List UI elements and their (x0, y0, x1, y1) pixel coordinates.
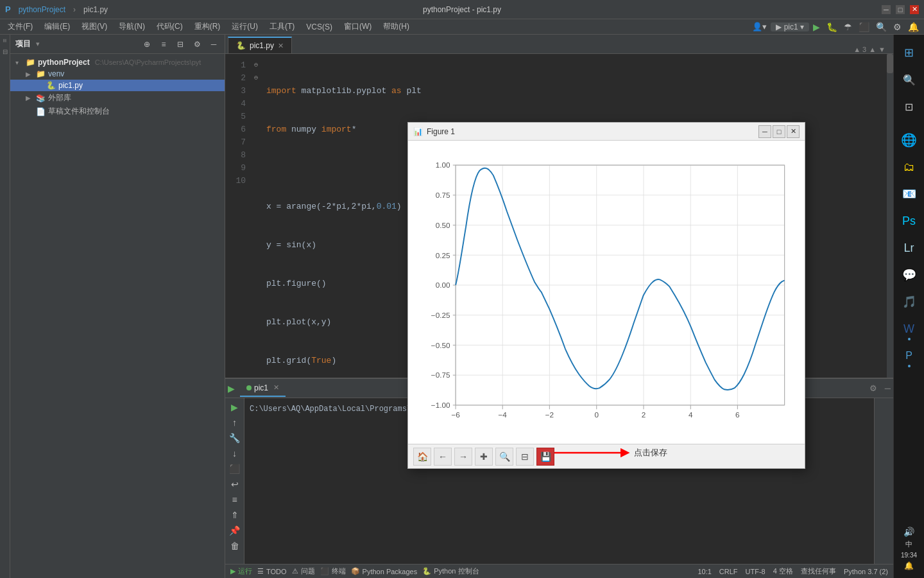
run-play-icon[interactable]: ▶ (228, 401, 241, 414)
settings-icon[interactable]: ⚙ (891, 22, 904, 32)
taskbar-wechat-icon[interactable]: 💬 (896, 262, 922, 288)
taskbar-notification[interactable]: 🔔 (904, 561, 914, 570)
fig-move-btn[interactable]: ✚ (475, 448, 493, 466)
menu-file[interactable]: 文件(F) (3, 20, 38, 33)
settings-gear-icon[interactable]: ⚙ (191, 39, 203, 50)
figure-title: Figure 1 (427, 127, 455, 136)
figure-minimize-btn[interactable]: ─ (758, 125, 771, 138)
figure-maximize-btn[interactable]: □ (773, 125, 785, 138)
run-scroll-top-icon[interactable]: ⇑ (228, 509, 241, 521)
taskbar-netease-icon[interactable]: 🎵 (896, 289, 922, 315)
run-button[interactable]: ▶ (810, 22, 823, 32)
account-icon[interactable]: 👤▾ (749, 22, 769, 31)
taskbar-volume-icon[interactable]: 🔊 (903, 527, 914, 537)
tree-item-pic1[interactable]: 🐍 pic1.py (10, 80, 225, 91)
taskbar-explorer-icon[interactable]: 🗂 (896, 154, 922, 180)
stop-button[interactable]: ⬛ (856, 22, 872, 32)
run-stop-icon[interactable]: ⬛ (228, 462, 241, 475)
menu-tools[interactable]: 工具(T) (264, 20, 300, 33)
fig-home-btn[interactable]: 🏠 (413, 448, 431, 466)
run-wrap-icon[interactable]: ↩ (228, 478, 241, 491)
menu-edit[interactable]: 编辑(E) (39, 20, 75, 33)
menu-window[interactable]: 窗口(W) (339, 20, 377, 33)
taskbar-search-icon[interactable]: 🔍 (896, 67, 922, 92)
fig-zoom-btn[interactable]: 🔍 (495, 448, 513, 466)
status-python-console[interactable]: 🐍 Python 控制台 (422, 566, 479, 576)
python-console-icon: 🐍 (422, 567, 431, 575)
fig-forward-btn[interactable]: → (454, 448, 472, 466)
menu-vcs[interactable]: VCS(S) (301, 21, 338, 33)
run-trash-icon[interactable]: 🗑 (228, 539, 241, 552)
close-button[interactable]: ✕ (910, 5, 919, 14)
debug-button[interactable]: 🐛 (824, 22, 840, 32)
status-indent[interactable]: 4 空格 (773, 566, 793, 576)
menu-run[interactable]: 运行(U) (227, 20, 263, 33)
taskbar-mail-icon[interactable]: 📧 (896, 181, 922, 207)
taskbar-lightroom-icon[interactable]: Lr (896, 235, 922, 261)
status-todo[interactable]: ☰ TODO (257, 567, 287, 575)
minimize-button[interactable]: ─ (882, 5, 891, 14)
tree-item-venv[interactable]: ▶ 📁 venv (10, 68, 225, 80)
save-arrow-annotation (554, 446, 631, 459)
run-wrench-icon[interactable]: 🔧 (228, 432, 241, 444)
status-search[interactable]: 查找任何事 (801, 566, 836, 576)
taskbar-photoshop-icon[interactable]: Ps (896, 208, 922, 234)
tab-close-icon[interactable]: ✕ (278, 42, 284, 50)
coverage-button[interactable]: ☂ (841, 22, 855, 32)
status-run-icon: ▶ (230, 567, 235, 575)
panel-settings-icon[interactable]: ⚙ (869, 383, 877, 393)
menu-refactor[interactable]: 重构(R) (189, 20, 226, 33)
status-encoding[interactable]: UTF-8 (746, 568, 766, 575)
tree-item-scratches[interactable]: 📄 草稿文件和控制台 (10, 105, 225, 118)
tree-item-root[interactable]: ▾ 📁 pythonProject C:\Users\AQ\PycharmPro… (10, 57, 225, 68)
tree-item-external-libs[interactable]: ▶ 📚 外部库 (10, 91, 225, 105)
menu-navigate[interactable]: 导航(N) (114, 20, 150, 33)
run-filter-icon[interactable]: ≡ (228, 493, 241, 506)
run-status-dot (246, 385, 252, 390)
run-tab-icon[interactable]: ▶ (228, 383, 235, 394)
run-tab-close[interactable]: ✕ (273, 383, 279, 392)
fig-back-btn[interactable]: ← (434, 448, 452, 466)
taskbar-edge-icon[interactable]: 🌐 (896, 127, 922, 153)
minimize-panel-icon[interactable]: ─ (208, 39, 219, 50)
tree-label-external-libs: 外部库 (48, 92, 71, 103)
prev-annotation[interactable]: ▲ (869, 46, 876, 53)
list-icon[interactable]: ≡ (158, 39, 169, 50)
run-config-dropdown[interactable]: ▶ pic1 ▾ (771, 22, 809, 31)
figure-close-btn[interactable]: ✕ (787, 125, 800, 138)
figure-plot-area: 1.00 0.75 0.50 0.25 0.00 −0.25 −0.50 −0.… (408, 141, 805, 444)
tab-run-pic1[interactable]: pic1 ✕ (240, 380, 286, 397)
taskbar-word-icon[interactable]: W (896, 316, 922, 342)
taskbar-pycharm-icon[interactable]: P (896, 343, 922, 369)
panel-minimize-icon[interactable]: ─ (885, 383, 891, 393)
run-down-icon[interactable]: ↓ (228, 447, 241, 460)
structure-icon[interactable]: ≡ (1, 39, 8, 43)
next-annotation[interactable]: ▼ (878, 46, 886, 53)
notifications-icon[interactable]: 🔔 (905, 22, 921, 32)
status-crlf[interactable]: CRLF (719, 568, 738, 575)
search-everywhere-icon[interactable]: 🔍 (873, 22, 889, 32)
run-up-icon[interactable]: ↑ (228, 416, 241, 429)
fig-subplot-btn[interactable]: ⊟ (516, 448, 534, 466)
taskbar-windows-icon[interactable]: ⊞ (896, 40, 922, 66)
fig-save-btn[interactable]: 💾 (536, 448, 554, 466)
menu-help[interactable]: 帮助(H) (378, 20, 415, 33)
project-dropdown-icon[interactable]: ▾ (36, 40, 40, 48)
add-icon[interactable]: ⊕ (141, 39, 153, 50)
taskbar-language-icon[interactable]: 中 (905, 539, 912, 549)
status-terminal[interactable]: ⬛ 终端 (320, 566, 346, 576)
collapse-icon[interactable]: ⊟ (175, 39, 186, 50)
status-run[interactable]: ▶ 运行 (230, 566, 252, 576)
status-line-col: 10:1 (697, 568, 711, 575)
menu-view[interactable]: 视图(V) (76, 20, 112, 33)
maximize-button[interactable]: □ (896, 5, 905, 14)
tab-pic1[interactable]: 🐍 pic1.py ✕ (228, 37, 292, 53)
run-pin-icon[interactable]: 📌 (228, 524, 241, 537)
status-python-version[interactable]: Python 3.7 (2) (844, 568, 888, 575)
line-numbers: 1 2 3 4 5 6 7 8 9 10 (225, 54, 251, 378)
hierarchy-icon[interactable]: ⊟ (3, 48, 8, 55)
status-problems[interactable]: ⚠ 问题 (292, 566, 315, 576)
menu-code[interactable]: 代码(C) (151, 20, 188, 33)
status-python-packages[interactable]: 📦 Python Packages (351, 567, 418, 575)
taskbar-taskview-icon[interactable]: ⊡ (896, 94, 922, 119)
